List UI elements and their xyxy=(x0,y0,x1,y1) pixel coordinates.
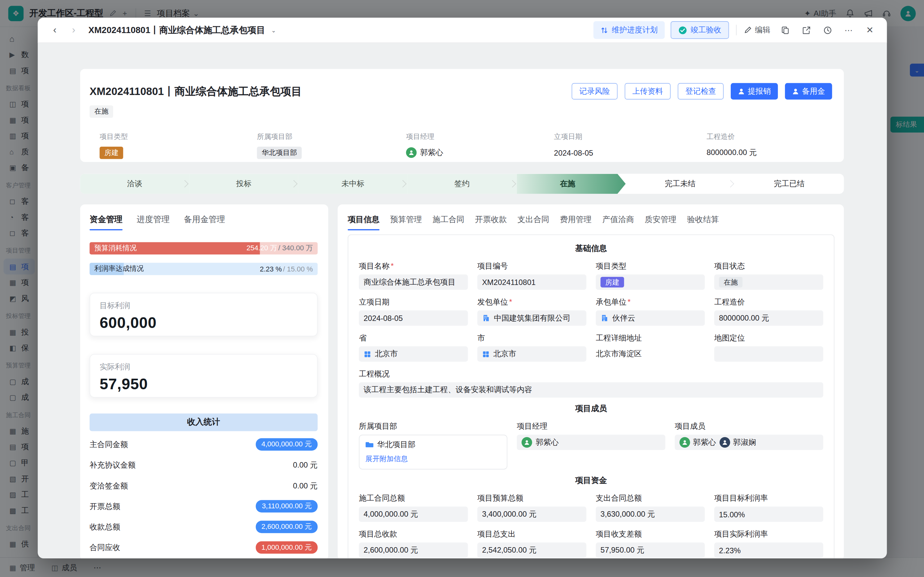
stepper-step[interactable]: 完工未结 xyxy=(626,174,735,193)
tab[interactable]: 费用管理 xyxy=(560,209,592,230)
finance-tabs: 资金管理 进度管理 备用金管理 xyxy=(90,209,318,230)
project-type-input[interactable]: 房建 xyxy=(596,274,705,290)
field-project-type: 项目类型 房建 xyxy=(596,261,705,290)
stepper-step[interactable]: 在施 xyxy=(517,174,626,193)
income-statistics-button[interactable]: 收入统计 xyxy=(90,414,318,431)
project-title: XM2024110801丨商业综合体施工总承包项目 xyxy=(90,84,571,98)
fund-field-input[interactable]: 2,600,000.00 元 xyxy=(359,542,468,558)
team-input[interactable]: 郭紫心 郭淑娴 xyxy=(675,435,824,450)
stepper-step[interactable]: 投标 xyxy=(189,174,298,193)
city-input[interactable]: 北京市 xyxy=(477,346,587,362)
share-icon[interactable] xyxy=(798,23,814,38)
stepper-step[interactable]: 洽谈 xyxy=(80,174,189,193)
summary-action-button[interactable]: 上传资料 xyxy=(625,83,671,100)
edit-button[interactable]: 编辑 xyxy=(743,25,770,35)
back-icon[interactable]: ‹ xyxy=(47,23,63,38)
person-icon xyxy=(738,88,745,95)
finance-row: 主合同金额 4,000,000.00 元 xyxy=(90,434,318,455)
project-info-tabs: 项目信息 预算管理 施工合同 开票收款 支出合同 费用管理 产值洽商 质安管理 … xyxy=(348,209,834,230)
history-icon[interactable] xyxy=(820,23,835,38)
fund-field-input[interactable]: 4,000,000.00 元 xyxy=(359,507,468,522)
funds-grid: 施工合同总额 4,000,000.00 元 项目预算总额 3,400,000.0… xyxy=(359,493,823,558)
field-map-location: 地图定位 xyxy=(714,333,824,362)
start-date-input[interactable]: 2024-08-05 xyxy=(359,310,468,326)
completion-acceptance-button[interactable]: 竣工验收 xyxy=(671,21,729,39)
map-location-input[interactable] xyxy=(714,346,824,362)
tab[interactable]: 产值洽商 xyxy=(602,209,634,230)
manager-input[interactable]: 郭紫心 xyxy=(517,435,666,450)
contractor-unit-input[interactable]: 伙伴云 xyxy=(596,310,705,326)
field-owner-unit: 发包单位* 中国建筑集团有限公司 xyxy=(477,297,587,326)
tab[interactable]: 支出合同 xyxy=(518,209,549,230)
finance-panel: 资金管理 进度管理 备用金管理 预算消耗情况 254.20 万 / 340.00… xyxy=(80,205,329,558)
finance-row-label: 收款总额 xyxy=(90,522,120,532)
project-info-form: 基础信息 项目名称* 商业综合体施工总承包项目 项目编号 XM202411080… xyxy=(348,235,834,559)
tab[interactable]: 项目信息 xyxy=(348,209,379,230)
folder-icon xyxy=(365,441,374,449)
stepper-step[interactable]: 未中标 xyxy=(298,174,407,193)
tab[interactable]: 进度管理 xyxy=(137,209,170,230)
province-input[interactable]: 北京市 xyxy=(359,346,468,362)
person-icon xyxy=(792,88,799,95)
fund-field-input[interactable]: 3,400,000.00 元 xyxy=(477,507,587,522)
modal-title: XM2024110801丨商业综合体施工总承包项目 xyxy=(88,24,265,35)
project-cost-input[interactable]: 8000000.00 元 xyxy=(714,310,824,326)
field-project-status: 项目状态 在施 xyxy=(714,261,824,290)
fund-field-input[interactable]: 15.00% xyxy=(714,507,824,522)
maintain-schedule-button[interactable]: 维护进度计划 xyxy=(593,21,664,39)
field-team: 项目成员 郭紫心 郭淑娴 xyxy=(675,421,824,450)
summary-action-button[interactable]: 提报销 xyxy=(731,83,778,100)
close-icon[interactable]: ✕ xyxy=(862,23,877,38)
tab[interactable]: 质安管理 xyxy=(645,209,676,230)
address-value[interactable]: 北京市海淀区 xyxy=(596,346,705,362)
summary-field: 项目类型 房建 xyxy=(100,132,257,158)
member-avatar xyxy=(679,437,690,448)
project-name-input[interactable]: 商业综合体施工总承包项目 xyxy=(359,274,468,290)
modal-body: XM2024110801丨商业综合体施工总承包项目 记录风险 上传资料 登记检查… xyxy=(37,43,887,558)
summary-action-button[interactable]: 备用金 xyxy=(785,83,832,100)
forward-icon[interactable]: › xyxy=(66,23,82,38)
profit-rate-bar: 利润率达成情况 2.23 % / 15.00 % xyxy=(90,263,318,276)
stepper-step[interactable]: 签约 xyxy=(407,174,517,193)
profit-bar-value: 2.23 % xyxy=(260,265,282,273)
finance-row: 变洽签金额 0.00 元 xyxy=(90,475,318,496)
actual-profit-card: 实际利润 57,950 xyxy=(90,354,318,398)
summary-field: 工程造价 8000000.00 元 xyxy=(707,132,832,158)
project-no-input[interactable]: XM2024110801 xyxy=(477,274,587,290)
fund-field-input[interactable]: 2,542,050.00 元 xyxy=(477,542,587,558)
fund-field-input[interactable]: 3,630,000.00 元 xyxy=(596,507,705,522)
tab[interactable]: 验收结算 xyxy=(687,209,719,230)
copy-icon[interactable] xyxy=(777,23,793,38)
stepper-step[interactable]: 完工已结 xyxy=(735,174,844,193)
overview-input[interactable]: 该工程主要包括土建工程、设备安装和调试等内容 xyxy=(359,382,823,398)
more-icon[interactable]: ⋯ xyxy=(841,23,856,38)
summary-action-button[interactable]: 记录风险 xyxy=(571,83,618,100)
fund-field-input[interactable]: 57,950.00 元 xyxy=(596,542,705,558)
profit-bar-label: 利润率达成情况 xyxy=(94,264,144,274)
tab[interactable]: 资金管理 xyxy=(90,209,123,230)
owner-unit-input[interactable]: 中国建筑集团有限公司 xyxy=(477,310,587,326)
fund-field: 支出合同总额 3,630,000.00 元 xyxy=(596,493,705,522)
section-members: 项目成员 xyxy=(359,403,823,414)
target-profit-label: 目标利润 xyxy=(100,300,308,311)
tab[interactable]: 开票收款 xyxy=(475,209,506,230)
summary-field: 项目经理 郭紫心 xyxy=(406,132,554,158)
title-caret-icon[interactable]: ⌄ xyxy=(271,27,276,33)
budget-bar-value: 254.20 万 xyxy=(247,243,277,253)
dept-box[interactable]: 华北项目部 展开附加信息 xyxy=(359,435,508,469)
fund-field-input[interactable]: 2.23% xyxy=(714,542,824,558)
check-circle-icon xyxy=(678,26,687,35)
summary-action-button[interactable]: 登记检查 xyxy=(678,83,724,100)
budget-consumption-bar: 预算消耗情况 254.20 万 / 340.00 万 xyxy=(90,242,318,255)
budget-bar-total: / 340.00 万 xyxy=(278,243,313,253)
status-stepper: 洽谈 投标 未中标 签约 在施 完工未结 完工已结 xyxy=(80,174,844,193)
tab[interactable]: 施工合同 xyxy=(432,209,464,230)
tab[interactable]: 备用金管理 xyxy=(184,209,225,230)
field-manager: 项目经理 郭紫心 xyxy=(517,421,666,450)
field-dept: 所属项目部 华北项目部 展开附加信息 xyxy=(359,421,508,469)
tab[interactable]: 预算管理 xyxy=(390,209,422,230)
profit-bar-total: / 15.00 % xyxy=(283,265,313,273)
project-status-input[interactable]: 在施 xyxy=(714,274,824,290)
expand-extra-info-link[interactable]: 展开附加信息 xyxy=(365,454,408,464)
finance-row-label: 补充协议金额 xyxy=(90,460,135,471)
